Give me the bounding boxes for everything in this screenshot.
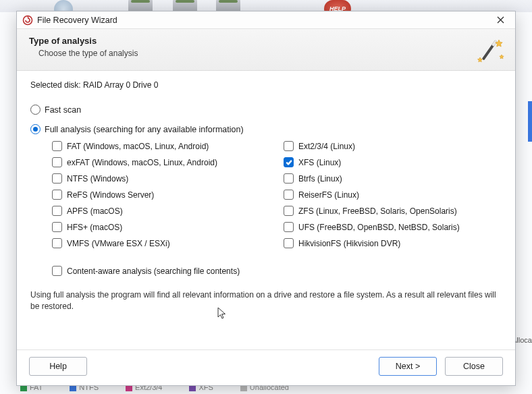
checkbox-ufs[interactable]: UFS (FreeBSD, OpenBSD, NetBSD, Solaris) <box>284 222 502 232</box>
next-button[interactable]: Next > <box>379 357 437 376</box>
checkbox-ext-label: Ext2/3/4 (Linux) <box>298 142 355 151</box>
checkbox-icon <box>284 190 294 200</box>
checkbox-exfat[interactable]: exFAT (Windows, macOS, Linux, Android) <box>52 157 270 167</box>
checkbox-icon <box>284 157 294 167</box>
checkbox-btrfs-label: Btrfs (Linux) <box>298 174 342 184</box>
checkbox-fat-label: FAT (Windows, macOS, Linux, Android) <box>67 142 209 151</box>
help-button[interactable]: Help <box>29 357 87 376</box>
wizard-footer: Help Next > Close <box>17 349 515 385</box>
radio-icon <box>30 124 41 134</box>
radio-full-analysis[interactable]: Full analysis (searching for any availab… <box>30 124 502 134</box>
checkbox-icon <box>52 190 62 200</box>
checkbox-icon <box>52 222 62 232</box>
radio-fast-scan-label: Fast scan <box>45 105 81 115</box>
checkbox-zfs-label: ZFS (Linux, FreeBSD, Solaris, OpenSolari… <box>298 206 457 216</box>
checkbox-icon <box>52 238 62 248</box>
header-title: Type of analysis <box>29 36 504 46</box>
checkbox-refs-label: ReFS (Windows Server) <box>67 190 154 200</box>
checkbox-reiserfs-label: ReiserFS (Linux) <box>298 190 359 200</box>
checkbox-content-aware-label: Content-aware analysis (searching file c… <box>67 266 240 276</box>
radio-icon <box>30 105 41 115</box>
checkbox-ufs-label: UFS (FreeBSD, OpenBSD, NetBSD, Solaris) <box>298 223 460 232</box>
checkbox-ntfs-label: NTFS (Windows) <box>67 174 128 184</box>
filesystem-grid: FAT (Windows, macOS, Linux, Android) Ext… <box>52 141 502 248</box>
radio-full-analysis-label: Full analysis (searching for any availab… <box>45 125 244 134</box>
wizard-header: Type of analysis Choose the type of anal… <box>17 29 515 71</box>
checkbox-vmfs-label: VMFS (VMware ESX / ESXi) <box>67 239 170 248</box>
checkbox-content-aware[interactable]: Content-aware analysis (searching file c… <box>52 266 502 276</box>
checkbox-apfs[interactable]: APFS (macOS) <box>52 206 270 216</box>
radio-fast-scan[interactable]: Fast scan <box>30 105 502 115</box>
checkbox-icon <box>52 206 62 216</box>
checkbox-icon <box>52 157 62 167</box>
checkbox-xfs-label: XFS (Linux) <box>298 158 341 167</box>
checkbox-hfs-label: HFS+ (macOS) <box>67 223 122 232</box>
wizard-body: Selected disk: RAID Array 0 Drive 0 Fast… <box>17 71 515 349</box>
checkbox-fat[interactable]: FAT (Windows, macOS, Linux, Android) <box>52 141 270 151</box>
magic-wand-icon <box>472 34 506 68</box>
checkbox-exfat-label: exFAT (Windows, macOS, Linux, Android) <box>67 158 217 167</box>
checkbox-icon <box>284 222 294 232</box>
selected-disk-line: Selected disk: RAID Array 0 Drive 0 <box>30 80 502 90</box>
checkbox-refs[interactable]: ReFS (Windows Server) <box>52 190 270 200</box>
window-title: File Recovery Wizard <box>37 16 489 25</box>
header-subtitle: Choose the type of analysis <box>38 49 504 58</box>
checkbox-hfs[interactable]: HFS+ (macOS) <box>52 222 270 232</box>
checkbox-ext[interactable]: Ext2/3/4 (Linux) <box>284 141 502 151</box>
checkbox-icon <box>52 266 62 276</box>
checkbox-btrfs[interactable]: Btrfs (Linux) <box>284 173 502 184</box>
checkbox-icon <box>52 173 62 184</box>
titlebar: File Recovery Wizard <box>17 11 515 29</box>
checkbox-icon <box>284 141 294 151</box>
checkbox-hikvisionfs-label: HikvisionFS (Hikvision DVR) <box>298 239 400 248</box>
selected-disk-value: RAID Array 0 Drive 0 <box>83 80 158 90</box>
checkbox-icon <box>284 206 294 216</box>
checkbox-reiserfs[interactable]: ReiserFS (Linux) <box>284 190 502 200</box>
checkbox-zfs[interactable]: ZFS (Linux, FreeBSD, Solaris, OpenSolari… <box>284 206 502 216</box>
checkbox-ntfs[interactable]: NTFS (Windows) <box>52 173 270 184</box>
checkbox-hikvisionfs[interactable]: HikvisionFS (Hikvision DVR) <box>284 238 502 248</box>
close-button[interactable] <box>489 13 511 28</box>
close-button-footer[interactable]: Close <box>445 357 503 376</box>
selected-disk-label: Selected disk: <box>30 80 81 90</box>
checkbox-icon <box>284 173 294 184</box>
analysis-description: Using full analysis the program will fin… <box>30 289 502 313</box>
checkbox-xfs[interactable]: XFS (Linux) <box>284 157 502 167</box>
checkbox-apfs-label: APFS (macOS) <box>67 206 123 216</box>
checkbox-vmfs[interactable]: VMFS (VMware ESX / ESXi) <box>52 238 270 248</box>
file-recovery-wizard-dialog: File Recovery Wizard Type of analysis Ch… <box>16 11 516 386</box>
checkbox-icon <box>284 238 294 248</box>
checkbox-icon <box>52 141 62 151</box>
app-icon <box>22 15 33 26</box>
